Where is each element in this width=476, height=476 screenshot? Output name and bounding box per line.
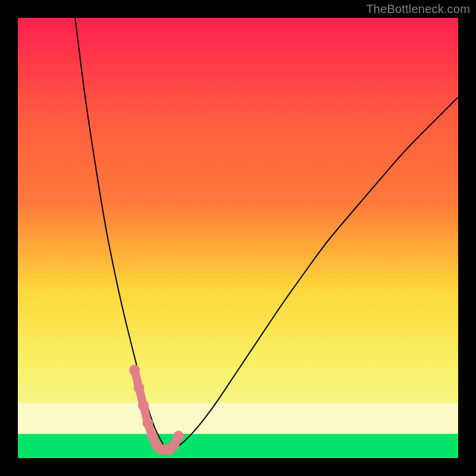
highlight-dot — [129, 365, 140, 375]
watermark-text: TheBottleneck.com — [366, 2, 470, 16]
highlight-dot — [138, 400, 149, 411]
highlight-dot — [142, 418, 153, 428]
highlight-dot — [173, 431, 184, 441]
chart-container: { "watermark": "TheBottleneck.com", "col… — [0, 0, 476, 476]
highlight-dot — [134, 383, 145, 393]
green-band — [18, 434, 458, 458]
chart-svg — [0, 0, 476, 476]
pale-band — [18, 403, 458, 434]
